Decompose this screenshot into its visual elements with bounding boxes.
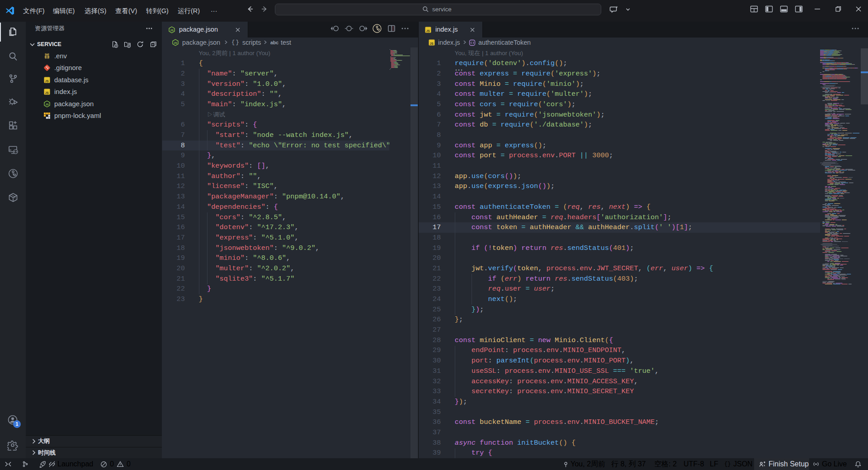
svg-text:JS: JS	[174, 42, 177, 44]
svg-text:JS: JS	[430, 42, 434, 45]
svg-text:JS: JS	[426, 29, 430, 33]
svg-text:JS: JS	[170, 29, 173, 32]
